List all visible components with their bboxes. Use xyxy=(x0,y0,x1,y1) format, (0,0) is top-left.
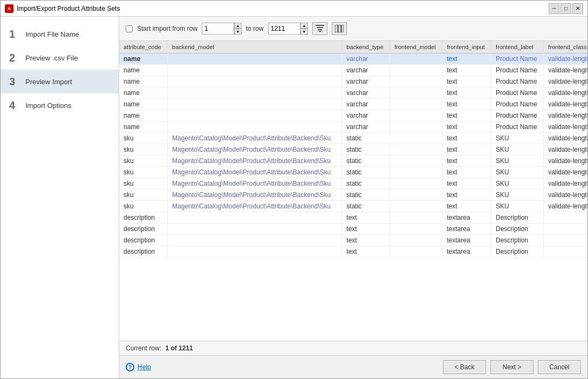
sidebar-item-preview-csv[interactable]: 2 Preview .csv File xyxy=(1,46,119,70)
cell-frontend-label: Product Name xyxy=(491,65,543,76)
data-table-container[interactable]: attribute_code backend_model backend_typ… xyxy=(119,41,587,341)
cell-backend-type: varchar xyxy=(342,76,390,87)
cell-frontend-class: validate-length m xyxy=(544,53,587,65)
cell-frontend-model xyxy=(390,246,442,258)
to-row-input[interactable] xyxy=(268,23,300,35)
cell-attribute-code: sku xyxy=(119,167,168,178)
close-button[interactable]: ✕ xyxy=(572,3,583,14)
sidebar-num-1: 1 xyxy=(9,29,20,39)
cell-frontend-label: Description xyxy=(491,235,543,246)
from-row-spinner-btns: ▲ ▼ xyxy=(234,23,242,35)
cell-frontend-input: text xyxy=(442,65,491,76)
cell-backend-model xyxy=(168,99,342,110)
cell-frontend-class: validate-length m xyxy=(544,201,587,212)
sidebar-num-3: 3 xyxy=(9,76,20,87)
from-row-input[interactable] xyxy=(202,23,234,35)
cell-frontend-class: validate-length m xyxy=(544,155,587,167)
cell-frontend-input: textarea xyxy=(442,224,491,235)
cell-attribute-code: name xyxy=(119,65,168,76)
table-row: descriptiontexttextareaDescription xyxy=(119,246,587,258)
cell-frontend-class: validate-length m xyxy=(544,121,587,133)
data-table: attribute_code backend_model backend_typ… xyxy=(119,41,587,258)
cell-frontend-input: text xyxy=(442,110,491,121)
cell-frontend-label: Product Name xyxy=(491,121,543,133)
table-row: descriptiontexttextareaDescription xyxy=(119,212,587,224)
table-body: namevarchartextProduct Namevalidate-leng… xyxy=(119,53,587,258)
sidebar-item-import-options[interactable]: 4 Import Options xyxy=(1,93,119,117)
restore-button[interactable]: □ xyxy=(560,3,571,14)
main-window: A Import/Export Product Attribute Sets ─… xyxy=(0,0,588,379)
table-row: descriptiontexttextareaDescription xyxy=(119,224,587,235)
current-row-label: Current row: xyxy=(126,344,161,352)
back-button[interactable]: < Back xyxy=(443,360,486,374)
cell-backend-model: Magento\Catalog\Model\Product\Attribute\… xyxy=(168,133,342,144)
cell-frontend-input: text xyxy=(442,155,491,167)
cell-backend-type: static xyxy=(342,155,390,167)
cell-attribute-code: name xyxy=(119,99,168,110)
cell-backend-type: static xyxy=(342,167,390,178)
sidebar-item-preview-import[interactable]: 3 Preview Import xyxy=(1,70,119,93)
cell-backend-type: static xyxy=(342,144,390,155)
cell-frontend-label: Product Name xyxy=(491,76,543,87)
help-icon: ? xyxy=(126,363,134,371)
to-row-down[interactable]: ▼ xyxy=(300,29,308,35)
cell-frontend-label: SKU xyxy=(491,133,543,144)
cell-attribute-code: description xyxy=(119,246,168,258)
to-row-spinner-btns: ▲ ▼ xyxy=(300,23,308,35)
start-row-checkbox[interactable] xyxy=(126,25,133,32)
help-link[interactable]: Help xyxy=(138,363,151,371)
columns-icon-button[interactable] xyxy=(332,22,347,35)
cell-frontend-input: text xyxy=(442,121,491,133)
cell-backend-type: text xyxy=(342,246,390,258)
cell-frontend-label: Description xyxy=(491,224,543,235)
cell-frontend-model xyxy=(390,99,442,110)
cell-frontend-model xyxy=(390,110,442,121)
cell-backend-type: text xyxy=(342,235,390,246)
title-bar: A Import/Export Product Attribute Sets ─… xyxy=(1,1,587,17)
minimize-button[interactable]: ─ xyxy=(549,3,559,14)
cell-frontend-label: Product Name xyxy=(491,87,543,99)
cell-frontend-class: validate-length m xyxy=(544,65,587,76)
cell-frontend-input: textarea xyxy=(442,235,491,246)
table-header-row: attribute_code backend_model backend_typ… xyxy=(119,41,587,53)
cell-frontend-class: validate-length m xyxy=(544,110,587,121)
next-button[interactable]: Next > xyxy=(490,360,534,374)
to-row-up[interactable]: ▲ xyxy=(300,23,308,29)
cell-frontend-label: SKU xyxy=(491,144,543,155)
cell-backend-model: Magento\Catalog\Model\Product\Attribute\… xyxy=(168,201,342,212)
svg-rect-6 xyxy=(341,25,344,32)
cell-attribute-code: sku xyxy=(119,201,168,212)
from-row-up[interactable]: ▲ xyxy=(234,23,242,29)
cell-attribute-code: description xyxy=(119,224,168,235)
cell-frontend-label: Product Name xyxy=(491,99,543,110)
columns-icon xyxy=(335,25,344,32)
cell-attribute-code: name xyxy=(119,87,168,99)
cell-frontend-input: text xyxy=(442,190,491,201)
sidebar-num-4: 4 xyxy=(9,100,20,111)
filter-icon-button[interactable] xyxy=(312,22,327,35)
sidebar: 1 Import File Name 2 Preview .csv File 3… xyxy=(1,17,119,378)
table-row: namevarchartextProduct Namevalidate-leng… xyxy=(119,53,587,65)
table-row: namevarchartextProduct Namevalidate-leng… xyxy=(119,65,587,76)
status-bar: Current row: 1 of 1211 xyxy=(119,341,587,355)
to-row-label: to row xyxy=(246,25,264,32)
cell-backend-type: varchar xyxy=(342,87,390,99)
col-frontend-label: frontend_label xyxy=(491,41,543,53)
from-row-down[interactable]: ▼ xyxy=(234,29,242,35)
cell-frontend-input: text xyxy=(442,87,491,99)
cell-backend-model: Magento\Catalog\Model\Product\Attribute\… xyxy=(168,155,342,167)
cell-backend-model: Magento\Catalog\Model\Product\Attribute\… xyxy=(168,178,342,190)
cell-frontend-class: validate-length m xyxy=(544,76,587,87)
cell-backend-model: Magento\Catalog\Model\Product\Attribute\… xyxy=(168,190,342,201)
sidebar-label-2: Preview .csv File xyxy=(25,52,78,63)
cancel-button[interactable]: Cancel xyxy=(538,360,581,374)
cell-backend-type: static xyxy=(342,133,390,144)
table-row: skuMagento\Catalog\Model\Product\Attribu… xyxy=(119,133,587,144)
cell-backend-model: Magento\Catalog\Model\Product\Attribute\… xyxy=(168,144,342,155)
cell-frontend-input: text xyxy=(442,76,491,87)
cell-frontend-input: text xyxy=(442,133,491,144)
table-row: namevarchartextProduct Namevalidate-leng… xyxy=(119,76,587,87)
cell-frontend-label: SKU xyxy=(491,167,543,178)
sidebar-item-import-file[interactable]: 1 Import File Name xyxy=(1,22,119,46)
cell-frontend-input: text xyxy=(442,178,491,190)
